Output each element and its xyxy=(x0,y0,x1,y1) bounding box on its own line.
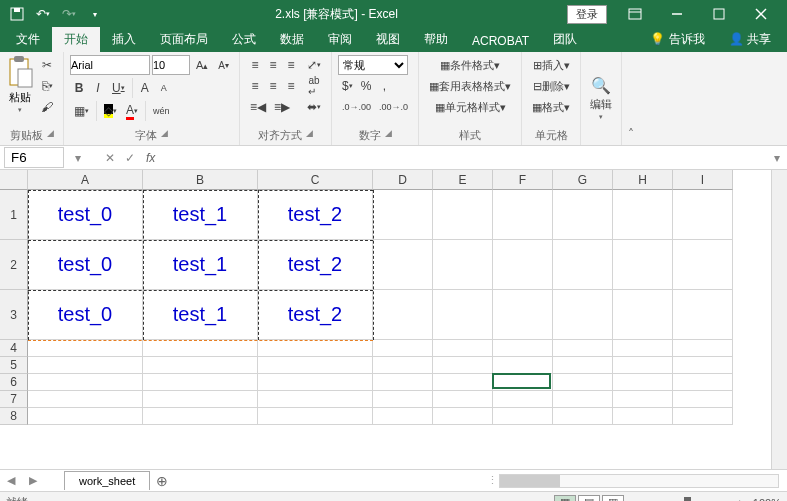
cancel-formula-icon[interactable]: ✕ xyxy=(100,151,120,165)
cell-styles-button[interactable]: ▦ 单元格样式 ▾ xyxy=(425,97,515,117)
expand-formula-bar-icon[interactable]: ▾ xyxy=(767,151,787,165)
percent-format-icon[interactable]: % xyxy=(357,76,376,96)
cell[interactable] xyxy=(258,408,373,425)
cell[interactable] xyxy=(613,357,673,374)
format-cells-button[interactable]: ▦ 格式 ▾ xyxy=(528,97,574,117)
cell[interactable] xyxy=(28,408,143,425)
tab-layout[interactable]: 页面布局 xyxy=(148,27,220,52)
row-header[interactable]: 1 xyxy=(0,190,28,240)
cell[interactable] xyxy=(493,240,553,290)
merge-center-icon[interactable]: ⬌▾ xyxy=(303,97,325,117)
page-layout-view-icon[interactable]: ▤ xyxy=(578,495,600,502)
share-button[interactable]: 👤 共享 xyxy=(717,27,783,52)
paste-label[interactable]: 粘贴 xyxy=(9,90,31,105)
zoom-out-icon[interactable]: − xyxy=(632,497,638,502)
cell[interactable] xyxy=(433,340,493,357)
cell[interactable] xyxy=(433,391,493,408)
cell[interactable] xyxy=(433,240,493,290)
row-header[interactable]: 7 xyxy=(0,391,28,408)
cell[interactable]: test_1 xyxy=(143,290,258,340)
login-button[interactable]: 登录 xyxy=(567,5,607,24)
cell[interactable] xyxy=(553,408,613,425)
cell-grid[interactable]: test_0test_1test_2test_0test_1test_2test… xyxy=(28,190,733,425)
cell[interactable] xyxy=(143,340,258,357)
cell[interactable] xyxy=(673,374,733,391)
tab-data[interactable]: 数据 xyxy=(268,27,316,52)
cell[interactable] xyxy=(433,357,493,374)
close-icon[interactable] xyxy=(741,1,781,27)
select-all-corner[interactable] xyxy=(0,170,28,190)
accounting-format-icon[interactable]: $▾ xyxy=(338,76,357,96)
cell[interactable] xyxy=(373,391,433,408)
cell[interactable] xyxy=(258,391,373,408)
sheet-tab[interactable]: work_sheet xyxy=(64,471,150,490)
conditional-format-button[interactable]: ▦ 条件格式 ▾ xyxy=(425,55,515,75)
tab-review[interactable]: 审阅 xyxy=(316,27,364,52)
cell[interactable] xyxy=(373,408,433,425)
column-header[interactable]: F xyxy=(493,170,553,190)
italic-button[interactable]: I xyxy=(89,78,107,98)
maximize-icon[interactable] xyxy=(699,1,739,27)
row-header[interactable]: 2 xyxy=(0,240,28,290)
cell[interactable] xyxy=(553,340,613,357)
cell[interactable] xyxy=(28,374,143,391)
normal-view-icon[interactable]: ▦ xyxy=(554,495,576,502)
enter-formula-icon[interactable]: ✓ xyxy=(120,151,140,165)
decrease-decimal-icon[interactable]: .00→.0 xyxy=(375,97,412,117)
align-middle-icon[interactable]: ≡ xyxy=(264,55,282,75)
underline-button[interactable]: U▾ xyxy=(108,78,129,98)
cell[interactable]: test_2 xyxy=(258,240,373,290)
increase-indent-icon[interactable]: ≡▶ xyxy=(270,97,294,117)
phonetic-icon[interactable]: wén xyxy=(149,101,174,121)
align-right-icon[interactable]: ≡ xyxy=(282,76,300,96)
cell[interactable] xyxy=(493,340,553,357)
fx-icon[interactable]: fx xyxy=(140,151,161,165)
tab-view[interactable]: 视图 xyxy=(364,27,412,52)
decrease-indent-icon[interactable]: ≡◀ xyxy=(246,97,270,117)
column-header[interactable]: A xyxy=(28,170,143,190)
cell[interactable] xyxy=(373,357,433,374)
delete-cells-button[interactable]: ⊟ 删除 ▾ xyxy=(528,76,574,96)
save-icon[interactable] xyxy=(6,3,28,25)
number-format-select[interactable]: 常规 xyxy=(338,55,408,75)
tab-help[interactable]: 帮助 xyxy=(412,27,460,52)
cell[interactable] xyxy=(673,240,733,290)
wrap-text-icon[interactable]: ab↵ xyxy=(303,76,325,96)
increase-font-icon[interactable]: A▴ xyxy=(192,55,212,75)
cell[interactable]: test_2 xyxy=(258,290,373,340)
cell[interactable] xyxy=(673,290,733,340)
cell[interactable] xyxy=(493,374,553,391)
tab-formulas[interactable]: 公式 xyxy=(220,27,268,52)
cell[interactable] xyxy=(28,357,143,374)
number-dialog-launcher-icon[interactable]: ◢ xyxy=(385,128,392,143)
cell[interactable]: test_0 xyxy=(28,290,143,340)
table-format-button[interactable]: ▦ 套用表格格式 ▾ xyxy=(425,76,515,96)
cell[interactable] xyxy=(373,190,433,240)
cell[interactable] xyxy=(373,240,433,290)
clipboard-dialog-launcher-icon[interactable]: ◢ xyxy=(47,128,54,143)
cell[interactable]: test_0 xyxy=(28,190,143,240)
cell[interactable] xyxy=(553,374,613,391)
cell[interactable] xyxy=(143,357,258,374)
cell[interactable] xyxy=(673,340,733,357)
cell[interactable] xyxy=(613,290,673,340)
paste-dropdown-icon[interactable]: ▾ xyxy=(18,106,22,114)
cell[interactable] xyxy=(143,374,258,391)
column-header[interactable]: G xyxy=(553,170,613,190)
page-break-view-icon[interactable]: ▥ xyxy=(602,495,624,502)
font-name-select[interactable] xyxy=(70,55,150,75)
cell[interactable] xyxy=(28,340,143,357)
redo-icon[interactable]: ↷▾ xyxy=(58,3,80,25)
row-header[interactable]: 4 xyxy=(0,340,28,357)
sheet-nav-prev-icon[interactable]: ◀ xyxy=(0,474,22,487)
align-center-icon[interactable]: ≡ xyxy=(264,76,282,96)
find-select-icon[interactable]: 🔍 xyxy=(587,76,615,96)
format-painter-icon[interactable]: 🖌 xyxy=(37,97,57,117)
cell[interactable] xyxy=(613,391,673,408)
cell[interactable] xyxy=(258,340,373,357)
cell[interactable] xyxy=(258,357,373,374)
cell[interactable] xyxy=(433,190,493,240)
cell[interactable]: test_1 xyxy=(143,240,258,290)
font-color-icon[interactable]: A▾ xyxy=(122,101,142,121)
cell[interactable]: test_2 xyxy=(258,190,373,240)
